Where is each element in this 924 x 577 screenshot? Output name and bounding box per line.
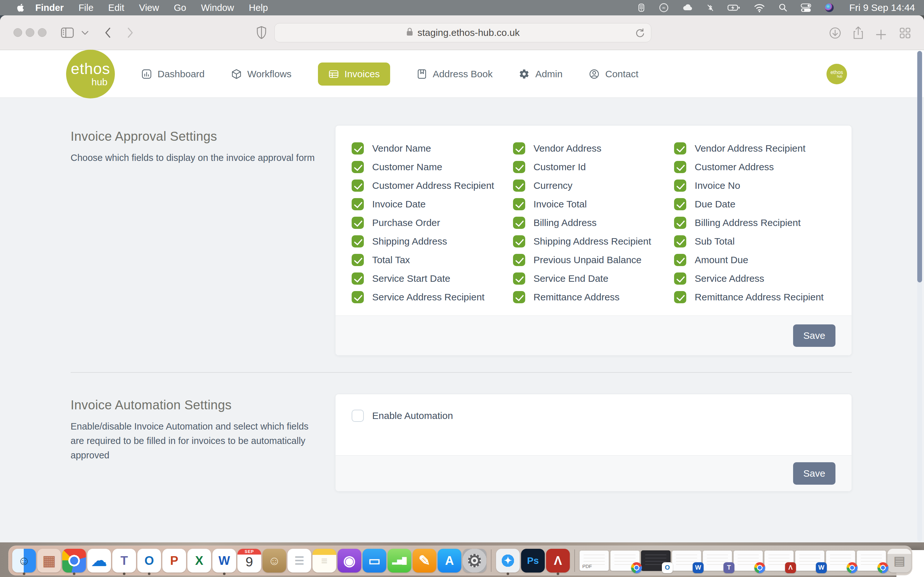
dock-app-onedrive[interactable]: ☁ <box>87 546 111 575</box>
address-bar[interactable]: staging.ethos-hub.co.uk <box>274 23 651 42</box>
control-center-icon[interactable] <box>800 3 811 13</box>
wifi-icon[interactable] <box>754 3 765 13</box>
back-icon[interactable] <box>103 26 112 39</box>
dock-app-photoshop[interactable]: Ps <box>521 546 545 575</box>
nav-item-workflows[interactable]: Workflows <box>231 69 292 79</box>
dock-app-acrobat[interactable]: Λ <box>546 546 570 575</box>
field-checkbox-row[interactable]: Customer Address <box>674 161 835 173</box>
field-checkbox-row[interactable]: Service Start Date <box>352 272 513 285</box>
apple-menu-icon[interactable] <box>17 3 24 12</box>
field-checkbox-row[interactable]: Invoice Total <box>513 198 674 210</box>
dock-app-finder[interactable]: ☺ <box>12 546 36 575</box>
reload-icon[interactable] <box>634 27 646 41</box>
dock-app-launchpad[interactable]: ▦ <box>37 546 61 575</box>
dock-window-pdf-preview[interactable]: PDF <box>580 550 609 571</box>
dock-app-notes[interactable]: ≡ <box>312 546 336 575</box>
dock-app-chrome[interactable] <box>62 546 86 575</box>
creative-cloud-icon[interactable]: ∞ <box>659 3 669 13</box>
dock-app-teams[interactable]: T <box>112 546 136 575</box>
field-checkbox-row[interactable]: Purchase Order <box>352 217 513 229</box>
nav-item-invoices[interactable]: Invoices <box>318 63 390 85</box>
share-icon[interactable] <box>851 26 866 40</box>
dock-app-outlook[interactable]: O <box>137 546 161 575</box>
chevron-down-icon[interactable] <box>81 30 89 36</box>
field-checkbox-row[interactable]: Service End Date <box>513 272 674 285</box>
enable-automation-checkbox[interactable] <box>352 410 364 422</box>
field-checkbox-row[interactable]: Previous Unpaid Balance <box>513 254 674 266</box>
dock-window-chrome-ethos-1[interactable] <box>826 550 855 571</box>
dock-window-chrome-window-1[interactable] <box>610 550 640 571</box>
dock-app-numbers[interactable]: ▂▅█ <box>388 546 411 575</box>
dock-app-powerpoint[interactable]: P <box>162 546 186 575</box>
field-checkbox-row[interactable]: Shipping Address <box>352 235 513 247</box>
dock-window-outlook-window[interactable]: O <box>641 550 670 571</box>
field-checkbox-row[interactable]: Vendor Address Recipient <box>674 142 835 155</box>
dock-window-word-document-2[interactable]: W <box>795 550 825 571</box>
nav-item-contact[interactable]: Contact <box>589 69 638 79</box>
shield-icon[interactable] <box>256 26 267 40</box>
menu-item[interactable]: File <box>79 3 94 13</box>
field-checkbox-row[interactable]: Due Date <box>674 198 835 210</box>
dock-app-word[interactable]: W <box>212 546 236 575</box>
close-window-button[interactable] <box>13 28 22 37</box>
dock-window-chrome-window-2[interactable] <box>733 550 763 571</box>
field-checkbox-row[interactable]: Shipping Address Recipient <box>513 235 674 247</box>
menu-item[interactable]: View <box>139 3 159 13</box>
dock-app-excel[interactable]: X <box>187 546 211 575</box>
field-checkbox-row[interactable]: Service Address <box>674 272 835 285</box>
minimize-window-button[interactable] <box>26 28 34 37</box>
user-avatar[interactable]: ethos hub <box>827 64 847 84</box>
field-checkbox-row[interactable]: Invoice No <box>674 179 835 192</box>
nav-item-address-book[interactable]: Address Book <box>417 69 493 79</box>
dock-app-appstore[interactable]: A <box>438 546 461 575</box>
enable-automation-row[interactable]: Enable Automation <box>352 410 835 422</box>
menu-item[interactable]: Go <box>174 3 186 13</box>
field-checkbox-row[interactable]: Amount Due <box>674 254 835 266</box>
dock-window-chrome-ethos-2[interactable] <box>857 550 886 571</box>
siri-icon[interactable] <box>824 3 835 13</box>
field-checkbox-row[interactable]: Customer Address Recipient <box>352 179 513 192</box>
dock-app-calendar[interactable]: SEP9 <box>237 546 261 575</box>
app-grid-status-icon[interactable] <box>637 3 646 13</box>
save-button-automation[interactable]: Save <box>793 462 835 485</box>
field-checkbox-row[interactable]: Customer Name <box>352 161 513 173</box>
field-checkbox-row[interactable]: Remittance Address Recipient <box>674 291 835 303</box>
menu-active-app[interactable]: Finder <box>35 3 64 13</box>
onedrive-icon[interactable] <box>682 3 693 13</box>
scrollbar-thumb[interactable] <box>917 51 922 282</box>
battery-charging-icon[interactable] <box>727 3 741 13</box>
zoom-window-button[interactable] <box>38 28 47 37</box>
dock-app-podcasts[interactable]: ◉ <box>338 546 361 575</box>
field-checkbox-row[interactable]: Remittance Address <box>513 291 674 303</box>
dock-window-acrobat-invoice[interactable]: Λ <box>764 550 794 571</box>
menu-item[interactable]: Edit <box>108 3 124 13</box>
field-checkbox-row[interactable]: Billing Address <box>513 217 674 229</box>
dock-app-keynote[interactable]: ▭ <box>363 546 386 575</box>
dock-app-contacts[interactable]: ☺ <box>262 546 286 575</box>
menu-clock[interactable]: Fri 9 Sep 14:44 <box>849 2 915 13</box>
bluetooth-off-icon[interactable] <box>706 3 714 13</box>
dock-app-pages[interactable]: ✎ <box>413 546 436 575</box>
save-button-approval[interactable]: Save <box>793 324 835 347</box>
dock-window-teams-window[interactable]: T <box>703 550 732 571</box>
dock-window-word-document-1[interactable]: W <box>672 550 701 571</box>
new-tab-icon[interactable] <box>875 28 887 41</box>
menu-item[interactable]: Help <box>249 3 268 13</box>
dock-app-settings[interactable]: ⚙ <box>463 546 486 575</box>
field-checkbox-row[interactable]: Currency <box>513 179 674 192</box>
dock-app-safari[interactable]: ✦ <box>496 546 520 575</box>
field-checkbox-row[interactable]: Customer Id <box>513 161 674 173</box>
field-checkbox-row[interactable]: Service Address Recipient <box>352 291 513 303</box>
ethos-hub-logo[interactable]: ethos hub <box>66 50 115 98</box>
field-checkbox-row[interactable]: Vendor Name <box>352 142 513 155</box>
downloads-icon[interactable] <box>828 26 843 40</box>
nav-item-admin[interactable]: Admin <box>519 69 562 79</box>
field-checkbox-row[interactable]: Invoice Date <box>352 198 513 210</box>
sidebar-icon[interactable] <box>60 26 74 40</box>
dock-app-reminders[interactable]: ☰ <box>288 546 311 575</box>
field-checkbox-row[interactable]: Total Tax <box>352 254 513 266</box>
tab-overview-icon[interactable] <box>898 26 913 40</box>
nav-item-dashboard[interactable]: Dashboard <box>141 69 205 79</box>
forward-icon[interactable] <box>126 26 135 39</box>
field-checkbox-row[interactable]: Sub Total <box>674 235 835 247</box>
